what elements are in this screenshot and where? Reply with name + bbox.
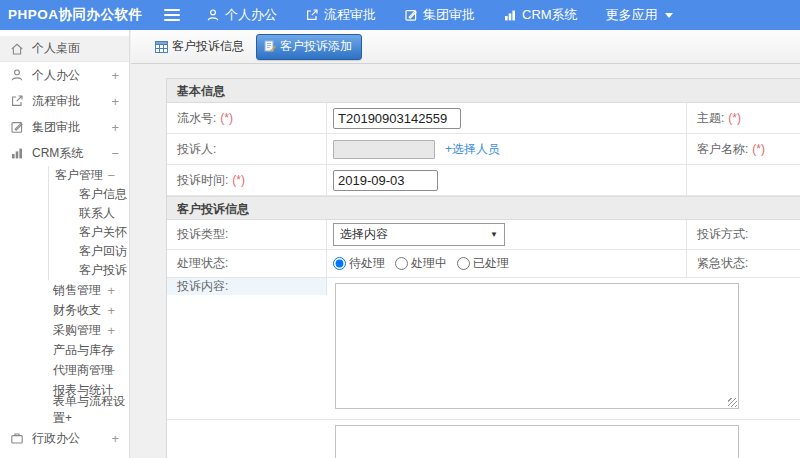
process-icon <box>10 94 25 108</box>
complaint-content-textarea[interactable] <box>335 283 739 409</box>
sidebar-item-process-approval[interactable]: 流程审批 + <box>0 88 129 114</box>
section-header-complaint: 客户投诉信息 <box>167 196 800 220</box>
topnav-group-approval[interactable]: 集团审批 <box>404 6 475 24</box>
sidebar-item-contacts[interactable]: 联系人 <box>49 204 129 223</box>
serial-input[interactable] <box>333 108 461 129</box>
complaint-type-select[interactable]: 选择内容 ▼ <box>333 223 505 246</box>
resize-grip-icon[interactable] <box>728 398 737 407</box>
form-row-handle-status: 处理状态: 待处理 处理中 已处理 <box>167 250 800 278</box>
top-nav: 个人办公 流程审批 集团审批 CRM系统 更多应用 <box>206 6 673 24</box>
sidebar-item-customer-management[interactable]: 客户管理 − <box>49 166 129 185</box>
choose-person-link[interactable]: +选择人员 <box>445 141 500 158</box>
handle-status-label: 处理状态: <box>167 250 327 277</box>
sidebar-item-customer-info[interactable]: 客户信息 <box>49 185 129 204</box>
complaint-type-label: 投诉类型: <box>167 220 327 249</box>
form-row-complaint-time: 投诉时间:(*) <box>167 165 800 196</box>
complainant-label: 投诉人: <box>167 134 327 164</box>
sidebar-item-admin-office[interactable]: 行政办公 + <box>0 425 129 451</box>
user-icon <box>206 8 220 22</box>
sidebar: 个人桌面 个人办公 + 流程审批 + 集团审批 + CRM系统 − 客户管理 <box>0 30 130 458</box>
edit-square-icon <box>404 8 418 22</box>
bar-chart-icon <box>503 8 517 22</box>
process-icon <box>305 8 319 22</box>
complaint-content-label: 投诉内容: <box>167 278 327 295</box>
topnav-more-apps[interactable]: 更多应用 <box>606 6 673 24</box>
table-icon <box>155 41 168 53</box>
radio-processed[interactable]: 已处理 <box>457 255 509 272</box>
complaint-form-panel: 基本信息 流水号:(*) 主题:(*) 投诉人: +选择人员 客户名称:(*) <box>166 78 800 458</box>
expand-icon[interactable]: + <box>111 120 119 135</box>
sidebar-item-form-process-settings[interactable]: 表单与流程设置+ <box>0 400 129 420</box>
caret-down-icon <box>665 13 673 18</box>
edit-square-icon <box>10 120 25 134</box>
collapse-icon[interactable]: − <box>107 168 115 183</box>
top-header: PHPOA协同办公软件 个人办公 流程审批 集团审批 <box>0 0 800 30</box>
sidebar-item-agent-management[interactable]: 代理商管理 + <box>0 360 129 380</box>
section-header-basic: 基本信息 <box>167 79 800 103</box>
topnav-crm-system[interactable]: CRM系统 <box>503 6 578 24</box>
sidebar-item-customer-revisit[interactable]: 客户回访 <box>49 242 129 261</box>
radio-processing[interactable]: 处理中 <box>395 255 447 272</box>
handle-status-radios: 待处理 处理中 已处理 <box>333 255 509 272</box>
home-icon <box>10 42 25 56</box>
tab-complaint-list[interactable]: 客户投诉信息 <box>149 34 250 59</box>
subject-label: 主题:(*) <box>687 103 800 133</box>
sidebar-item-customer-care[interactable]: 客户关怀 <box>49 223 129 242</box>
form-row-complainant: 投诉人: +选择人员 客户名称:(*) <box>167 134 800 165</box>
complaint-time-label: 投诉时间:(*) <box>167 165 327 195</box>
bar-chart-icon <box>10 146 25 160</box>
complainant-input[interactable] <box>333 140 435 159</box>
expand-icon[interactable]: + <box>107 363 115 378</box>
sidebar-item-products-inventory[interactable]: 产品与库存 + <box>0 340 129 360</box>
form-row-extra <box>167 420 800 458</box>
sidebar-item-crm-system[interactable]: CRM系统 − <box>0 140 129 166</box>
collapse-icon[interactable]: − <box>111 146 119 161</box>
hamburger-menu-icon[interactable] <box>164 9 180 21</box>
sidebar-item-personal-office[interactable]: 个人办公 + <box>0 62 129 88</box>
briefcase-icon <box>10 431 25 445</box>
expand-icon[interactable]: + <box>111 94 119 109</box>
urgency-label: 紧急状态: <box>687 250 800 277</box>
form-row-serial: 流水号:(*) 主题:(*) <box>167 103 800 134</box>
form-row-complaint-content: 投诉内容: <box>167 278 800 420</box>
tab-complaint-add[interactable]: 客户投诉添加 <box>256 34 362 60</box>
customer-management-group: 客户管理 − 客户信息 联系人 客户关怀 客户回访 客户投诉 <box>48 166 129 280</box>
main-content: 客户投诉信息 客户投诉添加 基本信息 流水号:(*) 主题:(*) <box>131 30 800 458</box>
sidebar-item-finance[interactable]: 财务收支 + <box>0 300 129 320</box>
expand-icon[interactable]: + <box>107 283 115 298</box>
sidebar-item-group-approval[interactable]: 集团审批 + <box>0 114 129 140</box>
sidebar-item-purchase[interactable]: 采购管理 + <box>0 320 129 340</box>
app-logo: PHPOA协同办公软件 <box>8 6 148 24</box>
expand-icon[interactable]: + <box>107 343 115 358</box>
sidebar-item-personal-desktop[interactable]: 个人桌面 <box>0 36 129 62</box>
expand-icon[interactable]: + <box>107 323 115 338</box>
form-row-complaint-type: 投诉类型: 选择内容 ▼ 投诉方式: <box>167 220 800 250</box>
serial-label: 流水号:(*) <box>167 103 327 133</box>
customer-name-label: 客户名称:(*) <box>687 134 800 164</box>
expand-icon[interactable]: + <box>111 68 119 83</box>
complaint-time-input[interactable] <box>333 170 438 191</box>
select-caret-icon: ▼ <box>490 230 498 239</box>
sidebar-item-customer-complaint[interactable]: 客户投诉 <box>49 261 129 280</box>
extra-textarea[interactable] <box>335 425 739 458</box>
empty-cell <box>687 165 800 195</box>
sidebar-item-sales-management[interactable]: 销售管理 + <box>0 280 129 300</box>
complaint-method-label: 投诉方式: <box>687 220 800 249</box>
topnav-personal-office[interactable]: 个人办公 <box>206 6 277 24</box>
expand-icon[interactable]: + <box>111 431 119 446</box>
expand-icon[interactable]: + <box>107 303 115 318</box>
tab-bar: 客户投诉信息 客户投诉添加 <box>131 30 800 64</box>
topnav-process-approval[interactable]: 流程审批 <box>305 6 376 24</box>
radio-pending[interactable]: 待处理 <box>333 255 385 272</box>
user-icon <box>10 68 25 82</box>
add-doc-icon <box>264 40 276 52</box>
